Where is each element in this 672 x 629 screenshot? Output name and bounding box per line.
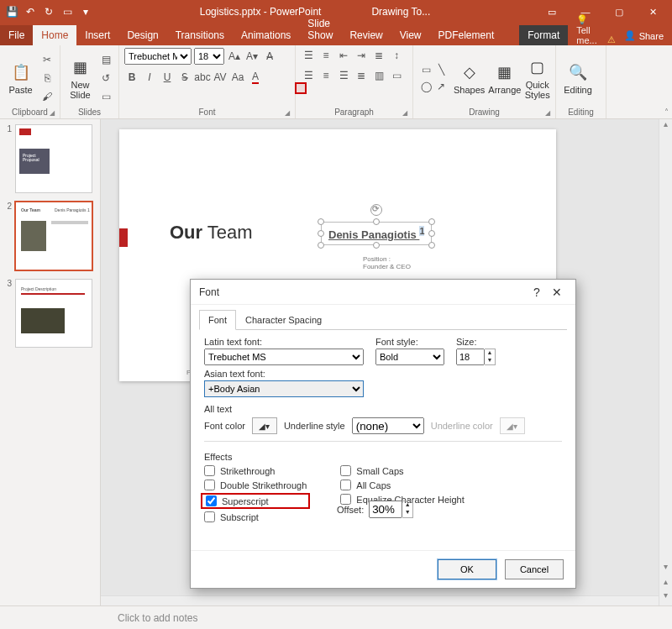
- double-strike-checkbox[interactable]: [204, 480, 215, 490]
- next-slide-icon[interactable]: ▾: [659, 590, 672, 604]
- scroll-down-icon[interactable]: ▾: [659, 562, 672, 575]
- tab-slideshow[interactable]: Slide Show: [299, 13, 341, 45]
- shrink-font-button[interactable]: A▾: [244, 49, 260, 64]
- resize-handle[interactable]: [373, 218, 380, 225]
- tell-me-search[interactable]: 💡 Tell me...: [576, 14, 601, 45]
- resize-handle[interactable]: [318, 230, 324, 237]
- thumb-slide-3[interactable]: Project Description: [15, 279, 92, 348]
- resize-handle[interactable]: [428, 218, 435, 225]
- line-spacing-button[interactable]: ≣: [371, 48, 386, 63]
- superscript-checkbox[interactable]: [206, 495, 217, 506]
- size-down-icon[interactable]: ▼: [485, 357, 495, 364]
- slide-title[interactable]: Our Team: [170, 222, 253, 244]
- drawing-launcher-icon[interactable]: ◢: [545, 109, 550, 117]
- vertical-scrollbar[interactable]: ▴ ▾ ▴ ▾: [659, 119, 672, 605]
- editing-button[interactable]: 🔍Editing: [561, 53, 595, 103]
- undo-icon[interactable]: ↶: [24, 5, 37, 18]
- dialog-close-icon[interactable]: ✕: [547, 286, 567, 299]
- copy-button[interactable]: ⎘: [39, 71, 55, 86]
- dialog-tab-font[interactable]: Font: [199, 310, 236, 330]
- tab-insert[interactable]: Insert: [76, 25, 118, 45]
- dialog-help-icon[interactable]: ?: [527, 286, 547, 299]
- tab-review[interactable]: Review: [341, 25, 391, 45]
- justify-button[interactable]: ≣: [354, 68, 369, 83]
- redo-icon[interactable]: ↻: [42, 5, 55, 18]
- ribbon-options-icon[interactable]: ▭: [539, 7, 564, 18]
- thumb-slide-1[interactable]: ProjectProposal: [15, 124, 92, 193]
- font-style-select[interactable]: Bold: [375, 349, 444, 365]
- tab-file[interactable]: File: [0, 25, 33, 45]
- paste-button[interactable]: 📋Paste: [5, 53, 36, 103]
- font-family-select[interactable]: Trebuchet MS: [124, 48, 192, 65]
- restore-button[interactable]: ▢: [606, 7, 632, 18]
- arrange-button[interactable]: ▦Arrange: [488, 53, 521, 103]
- bullets-button[interactable]: ☰: [301, 48, 316, 63]
- shadow-button[interactable]: abc: [195, 70, 210, 85]
- paragraph-launcher-icon[interactable]: ◢: [402, 109, 407, 117]
- font-color-button[interactable]: A: [248, 70, 263, 85]
- italic-button[interactable]: I: [142, 70, 157, 85]
- scroll-up-icon[interactable]: ▴: [659, 119, 672, 133]
- font-launcher-icon[interactable]: ◢: [285, 109, 290, 117]
- notes-pane[interactable]: Click to add notes: [0, 605, 672, 629]
- format-painter-button[interactable]: 🖌: [39, 89, 55, 104]
- ok-button[interactable]: OK: [438, 559, 496, 579]
- font-size-input[interactable]: [456, 349, 485, 365]
- collapse-ribbon-icon[interactable]: ˄: [664, 107, 669, 117]
- resize-handle[interactable]: [428, 230, 435, 237]
- reset-button[interactable]: ↺: [98, 71, 113, 86]
- tab-animations[interactable]: Animations: [233, 25, 299, 45]
- offset-up-icon[interactable]: ▲: [402, 501, 412, 509]
- selected-textbox[interactable]: Denis Panagiotis 1: [321, 222, 432, 245]
- offset-down-icon[interactable]: ▼: [402, 509, 412, 516]
- shape-line-icon[interactable]: ╲: [433, 62, 449, 77]
- qat-more-icon[interactable]: ▾: [79, 5, 92, 18]
- align-center-button[interactable]: ≡: [318, 68, 333, 83]
- align-left-button[interactable]: ☰: [301, 68, 316, 83]
- grow-font-button[interactable]: A▴: [227, 49, 242, 64]
- latin-font-select[interactable]: Trebuchet MS: [204, 349, 364, 365]
- cancel-button[interactable]: Cancel: [505, 559, 564, 579]
- prev-slide-icon[interactable]: ▴: [659, 577, 672, 590]
- quick-styles-button[interactable]: ▢Quick Styles: [524, 53, 550, 103]
- resize-handle[interactable]: [428, 242, 435, 249]
- resize-handle[interactable]: [318, 242, 324, 249]
- increase-indent-button[interactable]: ⇥: [354, 48, 369, 63]
- align-right-button[interactable]: ☰: [336, 68, 351, 83]
- smallcaps-checkbox[interactable]: [340, 465, 351, 476]
- decrease-indent-button[interactable]: ⇤: [336, 48, 351, 63]
- clipboard-launcher-icon[interactable]: ◢: [50, 109, 55, 117]
- layout-button[interactable]: ▤: [98, 52, 113, 67]
- allcaps-checkbox[interactable]: [340, 480, 351, 490]
- shape-oval-icon[interactable]: ◯: [418, 79, 433, 94]
- shapes-button[interactable]: ◇Shapes: [454, 53, 485, 103]
- smartart-button[interactable]: ▭: [389, 68, 404, 83]
- thumb-slide-2[interactable]: Our Team Denis Panagiotis 1: [15, 202, 92, 270]
- splitter[interactable]: [101, 595, 659, 605]
- text-direction-button[interactable]: ↕: [389, 48, 404, 63]
- subscript-checkbox[interactable]: [204, 511, 215, 522]
- tab-view[interactable]: View: [391, 25, 430, 45]
- shape-rect-icon[interactable]: ▭: [418, 62, 433, 77]
- asian-font-select[interactable]: +Body Asian: [204, 380, 364, 397]
- shape-arrow-icon[interactable]: ↗: [433, 79, 449, 94]
- change-case-button[interactable]: Aa: [230, 70, 245, 85]
- tab-transitions[interactable]: Transitions: [167, 25, 233, 45]
- clear-format-button[interactable]: A̶: [262, 49, 277, 64]
- cut-button[interactable]: ✂: [39, 52, 55, 67]
- section-button[interactable]: ▭: [98, 89, 113, 104]
- char-spacing-button[interactable]: AV: [213, 70, 228, 85]
- save-icon[interactable]: 💾: [5, 5, 18, 18]
- share-button[interactable]: 👤Share: [616, 26, 672, 45]
- resize-handle[interactable]: [318, 218, 324, 225]
- size-up-icon[interactable]: ▲: [485, 349, 495, 357]
- tab-format[interactable]: Format: [519, 25, 568, 45]
- underline-button[interactable]: U: [160, 70, 175, 85]
- tab-pdfelement[interactable]: PDFelement: [430, 25, 503, 45]
- new-slide-button[interactable]: ▦New Slide: [66, 53, 95, 103]
- rotate-handle-icon[interactable]: [370, 204, 382, 216]
- columns-button[interactable]: ▥: [371, 68, 386, 83]
- offset-input[interactable]: [369, 501, 402, 518]
- close-button[interactable]: ✕: [640, 7, 665, 18]
- strike-checkbox[interactable]: [204, 465, 215, 476]
